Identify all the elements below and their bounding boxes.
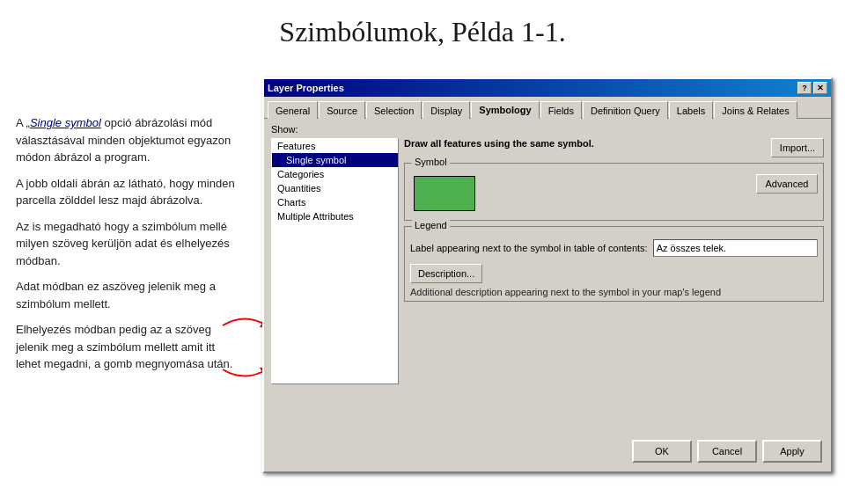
dialog-main-content: Show: Features Single symbol Categories …: [264, 118, 831, 390]
ok-button[interactable]: OK: [632, 440, 692, 463]
paragraph2: A jobb oldali ábrán az látható, hogy min…: [16, 175, 236, 209]
symbol-group-label: Symbol: [412, 157, 450, 167]
help-button[interactable]: ?: [797, 82, 812, 94]
page-title: Szimbólumok, Példa 1-1.: [0, 0, 845, 57]
left-text-area: A „Single symbol opció ábrázolási mód vá…: [16, 114, 236, 382]
layer-properties-dialog: Layer Properties ? ✕ General Source Sele…: [262, 77, 833, 473]
feature-quantities[interactable]: Quantities: [272, 181, 398, 195]
tabs-container: General Source Selection Display Symbolo…: [264, 97, 831, 118]
feature-single-symbol[interactable]: Single symbol: [272, 153, 398, 167]
legend-group: Legend Label appearing next to the symbo…: [404, 226, 824, 302]
titlebar-buttons: ? ✕: [797, 82, 827, 94]
symbol-swatch[interactable]: [414, 176, 475, 211]
import-button[interactable]: Import...: [771, 138, 824, 157]
single-symbol-link[interactable]: Single symbol: [30, 116, 101, 129]
show-label: Show:: [271, 124, 824, 135]
tab-display[interactable]: Display: [422, 101, 470, 119]
dialog-titlebar: Layer Properties ? ✕: [264, 79, 831, 97]
close-button[interactable]: ✕: [813, 82, 827, 94]
tab-definition-query[interactable]: Definition Query: [583, 101, 668, 119]
tab-source[interactable]: Source: [319, 101, 365, 119]
feature-multiple-attributes[interactable]: Multiple Attributes: [272, 209, 398, 223]
dialog-title: Layer Properties: [268, 83, 344, 93]
legend-row-label: Label appearing next to the symbol in ta…: [410, 243, 648, 253]
apply-button[interactable]: Apply: [762, 440, 822, 463]
legend-row: Label appearing next to the symbol in ta…: [410, 239, 818, 257]
feature-categories[interactable]: Categories: [272, 167, 398, 181]
advanced-button[interactable]: Advanced: [756, 174, 818, 194]
legend-input[interactable]: [653, 239, 818, 257]
dialog-footer: OK Cancel Apply: [632, 440, 822, 463]
legend-group-label: Legend: [412, 220, 450, 230]
draw-row: Draw all features using the same symbol.…: [404, 138, 824, 157]
feature-charts[interactable]: Charts: [272, 195, 398, 209]
draw-text: Draw all features using the same symbol.: [404, 138, 766, 149]
cancel-button[interactable]: Cancel: [697, 440, 757, 463]
tab-joins-relates[interactable]: Joins & Relates: [714, 101, 797, 119]
additional-text: Additional description appearing next to…: [410, 287, 818, 297]
tab-symbology[interactable]: Symbology: [471, 101, 539, 119]
description-button[interactable]: Description...: [410, 264, 482, 283]
paragraph5: Elhelyezés módban pedig az a szöveg jele…: [16, 321, 236, 373]
symbol-group: Symbol Advanced: [404, 163, 824, 221]
content-area: Features Single symbol Categories Quanti…: [271, 138, 824, 384]
right-panel: Draw all features using the same symbol.…: [404, 138, 824, 384]
paragraph3: Az is megadható hogy a szimbólum mellé m…: [16, 218, 236, 270]
feature-list: Features Single symbol Categories Quanti…: [271, 138, 399, 384]
paragraph4: Adat módban ez aszöveg jelenik meg a szi…: [16, 278, 236, 312]
tab-labels[interactable]: Labels: [669, 101, 713, 119]
tab-fields[interactable]: Fields: [540, 101, 582, 119]
tab-general[interactable]: General: [268, 101, 318, 119]
feature-features[interactable]: Features: [272, 139, 398, 153]
tab-selection[interactable]: Selection: [366, 101, 422, 119]
